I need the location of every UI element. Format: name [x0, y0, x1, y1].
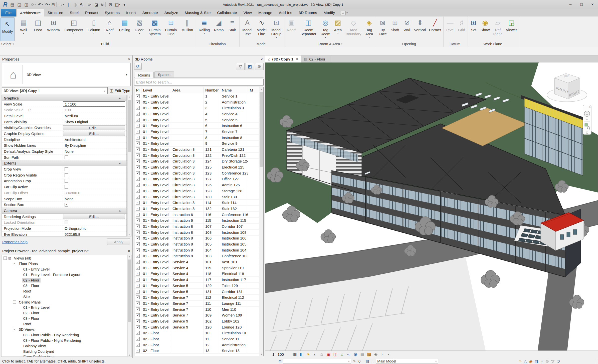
curtain-system-button[interactable]: ▩ Curtain System — [146, 17, 163, 39]
ribbon-tab[interactable]: Manage — [255, 9, 276, 16]
sync-with-central-icon[interactable]: ⟳▾ — [30, 1, 37, 8]
rooms-tab[interactable]: Rooms — [135, 72, 154, 78]
checkbox[interactable] — [65, 173, 68, 177]
room-visibility-checkbox[interactable] — [136, 94, 140, 98]
filter-rooms-icon[interactable]: ▽ — [236, 63, 245, 70]
tag-by-category-icon[interactable]: ◎ — [72, 1, 79, 8]
room-row[interactable]: 01 - Entry Level Service 7 112 Electrica… — [134, 294, 259, 300]
room-row[interactable]: 01 - Entry Level 7 Service 7 — [134, 129, 259, 135]
room-visibility-checkbox[interactable] — [136, 124, 140, 128]
room-row[interactable]: 01 - Entry Level Service 4 117 Instructi… — [134, 277, 259, 283]
room-row[interactable]: 01 - Entry Level Service 7 111 Lounge 11… — [134, 300, 259, 306]
room-row[interactable]: 01 - Entry Level Cirrculation 3 124 Dry … — [134, 158, 259, 164]
tree-item[interactable]: 03 - Floor Public - Day Rendering — [2, 332, 127, 338]
close-view-icon[interactable]: × — [296, 57, 298, 61]
property-row[interactable]: Camera ∧ — [2, 208, 126, 214]
room-row[interactable]: 01 - Entry Level Service 9 120 Lounge 12… — [134, 324, 259, 330]
model-line-button[interactable]: ∿ Model Line — [255, 17, 269, 39]
property-row[interactable]: Show Hidden Lines By Discipline — [2, 143, 126, 149]
property-row[interactable]: Detail Level Medium — [2, 113, 126, 119]
room-visibility-checkbox[interactable] — [136, 331, 140, 335]
room-visibility-checkbox[interactable] — [136, 272, 140, 276]
property-row[interactable]: Far Clip Offset 304800.0 — [2, 190, 126, 196]
property-row[interactable]: Graphics ∧ — [2, 95, 126, 101]
show-rendering-dialog-icon[interactable]: ♨ — [318, 351, 325, 358]
room-row[interactable]: 01 - Entry Level Cirrculation 3 121 Cafe… — [134, 146, 259, 152]
room-visibility-checkbox[interactable] — [136, 177, 140, 181]
room-visibility-checkbox[interactable] — [136, 142, 140, 145]
analytical-model-icon[interactable]: ▩ — [366, 351, 372, 358]
room-row[interactable]: 02 - Floor 13 Service 13 — [134, 348, 259, 354]
room-row[interactable]: 01 - Entry Level 8 Instruction 8 — [134, 135, 259, 141]
rooms-table-scrollbar[interactable]: ∧ ∨ — [259, 87, 263, 356]
apply-button[interactable]: Apply — [107, 238, 130, 245]
checkbox[interactable] — [65, 185, 68, 189]
room-visibility-checkbox[interactable] — [136, 218, 140, 222]
rooms-tab[interactable]: Spaces — [154, 72, 174, 78]
ribbon-tab[interactable]: Precast — [82, 9, 102, 16]
room-visibility-checkbox[interactable] — [136, 337, 140, 341]
3d-canvas[interactable]: TOP FRONT RIGHT ⊗ ▼ ▼ ⊖ — [265, 62, 598, 350]
switch-windows-icon[interactable]: ◰▾ — [114, 1, 121, 8]
view-scale-control[interactable]: 1 : 100 — [272, 352, 284, 356]
3d-rooms-close-icon[interactable]: × — [261, 57, 263, 61]
ribbon-tab[interactable]: Annotate — [139, 9, 161, 16]
show-crop-region-icon[interactable]: ◫ — [332, 351, 339, 358]
property-row[interactable]: Default Analysis Display Style None — [2, 148, 126, 154]
detail-level-icon[interactable]: ▦ — [291, 351, 298, 358]
tree-expander[interactable]: − — [13, 300, 16, 304]
properties-scrollbar[interactable]: ∧ ∨ — [127, 95, 132, 236]
minimize-button[interactable]: – — [565, 0, 576, 9]
room-row[interactable]: 01 - Entry Level Instruction 6 115 Instr… — [134, 218, 259, 224]
property-row[interactable]: Sun Path — [2, 154, 126, 160]
room-visibility-checkbox[interactable] — [136, 230, 140, 234]
collapse-chevron-icon[interactable]: ∧ — [119, 208, 126, 214]
navigation-bar[interactable]: ⊗ ▼ ▼ ⊖ — [583, 105, 591, 135]
room-row[interactable]: 01 - Entry Level 2 Administration — [134, 99, 259, 105]
room-visibility-checkbox[interactable] — [136, 302, 140, 305]
color-rooms-icon[interactable]: ◩ — [246, 63, 254, 70]
area-boundary-button[interactable]: ◇ Area Boundary — [344, 17, 363, 39]
mullion-button[interactable]: ∥ Mullion — [179, 17, 195, 35]
room-visibility-checkbox[interactable] — [136, 189, 140, 193]
tag-room-button[interactable]: ◎ Tag Room ▾ — [319, 17, 332, 39]
room-row[interactable]: 01 - Entry Level Instruction 8 105 Instr… — [134, 241, 259, 247]
room-visibility-checkbox[interactable] — [136, 148, 140, 151]
room-visibility-checkbox[interactable] — [136, 236, 140, 240]
selection-settings-icon[interactable]: ⚙ — [545, 359, 549, 364]
room-visibility-checkbox[interactable] — [136, 319, 140, 323]
room-row[interactable]: 01 - Entry Level 4 Service 4 — [134, 111, 259, 117]
room-visibility-checkbox[interactable] — [136, 201, 140, 204]
ribbon-tab[interactable]: Analyze — [161, 9, 181, 16]
room-row[interactable]: 01 - Entry Level Instruction 8 104 Instr… — [134, 247, 259, 253]
door-button[interactable]: ◫ Door — [31, 17, 45, 35]
editing-requests-icon[interactable]: ✎ — [353, 359, 356, 364]
dormer-button[interactable]: ╱ Dormer — [427, 17, 443, 35]
room-visibility-checkbox[interactable] — [136, 159, 140, 163]
room-visibility-checkbox[interactable] — [136, 313, 140, 317]
room-row[interactable]: 01 - Entry Level 9 Service 9 — [134, 141, 259, 147]
room-visibility-checkbox[interactable] — [136, 106, 140, 110]
tree-expander[interactable]: − — [13, 262, 16, 265]
ribbon-panel-label[interactable]: Work Plane — [468, 41, 518, 47]
room-row[interactable]: 01 - Entry Level Cirrculation 3 127 Offi… — [134, 176, 259, 182]
refresh-rooms-button[interactable]: ⟳ — [134, 63, 142, 70]
tree-item[interactable]: − ⊡ Views (all) — [2, 256, 127, 261]
roof-button[interactable]: ⌂ Roof ▾ — [102, 17, 117, 35]
ribbon-panel-label[interactable]: Build — [16, 41, 195, 47]
tree-item[interactable]: 02 - Floor — [2, 278, 127, 283]
selection-filter-icon[interactable]: ▽ — [551, 359, 554, 364]
vcb-collapse-icon[interactable]: ‹ — [388, 352, 389, 357]
undo-icon[interactable]: ↶▾ — [37, 1, 44, 8]
show-work-plane-button[interactable]: ◉ Show — [479, 17, 491, 35]
sun-path-off-icon[interactable]: ☀ — [305, 351, 312, 358]
tree-item[interactable]: Roof — [2, 321, 127, 327]
unlocked-3d-view-icon[interactable]: ⌂ — [339, 351, 345, 358]
property-row[interactable]: View Scale 1 : 100 — [2, 101, 126, 107]
room-row[interactable]: 01 - Entry Level Instruction 6 116 Confe… — [134, 212, 259, 218]
room-row[interactable]: 01 - Entry Level 3 Cirrculation 3 — [134, 105, 259, 111]
collapse-chevron-icon[interactable]: ∧ — [119, 160, 126, 166]
room-row[interactable]: 01 - Entry Level Service 7 110 Men 110 — [134, 306, 259, 312]
ribbon-display-toggle[interactable]: ▲ ▾ — [340, 9, 348, 16]
column-button[interactable]: ▯ Column ▾ — [85, 17, 102, 35]
